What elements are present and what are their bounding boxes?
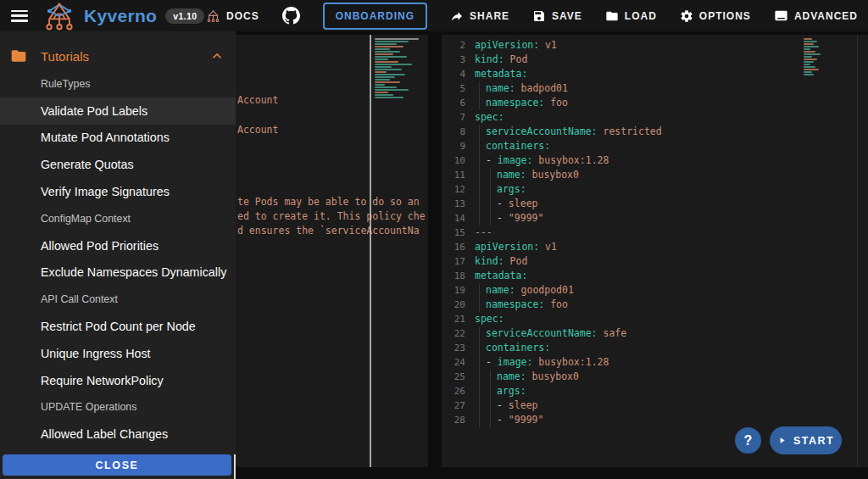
sidebar-item-restrict-pod-count-per-node[interactable]: Restrict Pod Count per Node <box>0 313 236 340</box>
sidebar-item-allowed-pod-priorities[interactable]: Allowed Pod Priorities <box>0 232 236 259</box>
code-line: 15--- <box>442 226 868 240</box>
code-line: 18metadata: <box>442 269 868 283</box>
code-text: apiVersion: v1 <box>475 240 557 254</box>
resource-editor-panel[interactable]: 2apiVersion: v13kind: Pod4metadata:5name… <box>442 35 868 467</box>
minimap-line <box>375 86 397 88</box>
minimap-line <box>375 51 400 53</box>
sidebar-item-exclude-namespaces-dynamically[interactable]: Exclude Namespaces Dynamically <box>0 259 236 287</box>
code-text: args: <box>475 384 526 398</box>
sidebar-item-update-operations[interactable]: UPDATE Operations <box>0 394 236 421</box>
sidebar-item-label: Restrict Pod Count per Node <box>41 320 196 333</box>
version-badge: v1.10 <box>165 8 204 24</box>
minimap-line <box>375 76 395 78</box>
code-line: 12args: <box>442 182 868 197</box>
minimap-line <box>804 51 815 53</box>
minimap-line <box>804 71 812 73</box>
code-editor[interactable]: 2apiVersion: v13kind: Pod4metadata:5name… <box>442 38 868 427</box>
minimap-line <box>804 53 821 55</box>
nav-load-label: LOAD <box>625 10 657 22</box>
sidebar-item-unique-ingress-host[interactable]: Unique Ingress Host <box>0 340 236 367</box>
sidebar-item-allowed-label-changes[interactable]: Allowed Label Changes <box>0 421 236 448</box>
code-text: containers: <box>475 139 550 153</box>
code-text: namespace: foo <box>475 298 568 312</box>
nav-share-label: SHARE <box>470 10 509 22</box>
header-nav: DOCSONBOARDINGSHARESAVELOADOPTIONSADVANC… <box>206 3 868 30</box>
minimap-line <box>804 74 814 75</box>
sidebar-item-mutate-pod-annotations[interactable]: Mutate Pod Annotations <box>0 125 236 152</box>
kyverno-logo-icon <box>42 2 77 31</box>
code-line: 20namespace: foo <box>442 298 868 312</box>
policy-minimap[interactable] <box>375 38 419 99</box>
nav-share-button[interactable]: SHARE <box>450 9 509 23</box>
minimap-line <box>375 43 397 45</box>
minimap-line <box>375 61 398 63</box>
sidebar-item-label: Verify Image Signatures <box>41 185 170 198</box>
policy-code-fragment: Account <box>237 124 278 136</box>
help-button[interactable]: ? <box>735 427 761 454</box>
code-line: 16apiVersion: v1 <box>442 240 868 254</box>
sidebar-item-validate-pod-labels[interactable]: Validate Pod Labels <box>0 97 236 125</box>
sidebar-item-label: Require NetworkPolicy <box>41 374 164 387</box>
minimap-line <box>375 66 392 68</box>
nav-save-button[interactable]: SAVE <box>532 9 582 23</box>
line-number: 7 <box>442 110 465 125</box>
code-line: 23containers: <box>442 341 868 355</box>
menu-icon[interactable] <box>11 10 28 22</box>
sidebar-item-require-networkpolicy[interactable]: Require NetworkPolicy <box>0 367 236 394</box>
minimap-line <box>375 89 409 91</box>
line-number: 17 <box>442 254 465 269</box>
sidebar-item-label: RuleTypes <box>41 78 91 90</box>
nav-onboarding-button[interactable]: ONBOARDING <box>323 3 427 30</box>
code-text: --- <box>475 226 492 240</box>
line-number: 4 <box>442 67 465 81</box>
minimap-line <box>804 38 812 40</box>
code-text: spec: <box>475 312 504 326</box>
sidebar-item-configmap-context[interactable]: ConfigMap Context <box>0 205 236 232</box>
code-text: spec: <box>475 110 504 125</box>
resource-minimap[interactable] <box>804 38 821 76</box>
line-number: 3 <box>442 53 465 67</box>
line-number: 9 <box>442 139 465 153</box>
sidebar-item-ruletypes[interactable]: RuleTypes <box>0 70 236 97</box>
share-icon <box>450 9 464 23</box>
sidebar-item-label: API Call Context <box>41 293 118 305</box>
line-number: 26 <box>442 384 465 398</box>
nav-save-label: SAVE <box>552 10 582 22</box>
sidebar-group-tutorials[interactable]: Tutorials <box>0 42 236 70</box>
code-text: args: <box>475 182 526 197</box>
line-number: 2 <box>442 38 465 53</box>
policy-code-fragment: d ensures the `serviceAccountNa <box>237 225 420 237</box>
close-button[interactable]: CLOSE <box>3 454 231 476</box>
sidebar-item-api-call-context[interactable]: API Call Context <box>0 286 236 313</box>
nav-advanced-button[interactable]: ADVANCED <box>774 8 858 23</box>
sidebar-item-label: Allowed Pod Priorities <box>41 239 159 253</box>
minimap-line <box>375 71 387 73</box>
policy-editor-panel[interactable]: AccountAccountte Pods may be able to do … <box>236 35 428 467</box>
code-text: serviceAccountName: restricted <box>475 125 662 139</box>
nav-load-button[interactable]: LOAD <box>605 9 657 23</box>
code-line: 21spec: <box>442 312 868 326</box>
nav-options-button[interactable]: OPTIONS <box>680 9 751 23</box>
nav-github-button[interactable] <box>282 7 300 25</box>
minimap-slider[interactable] <box>370 35 371 467</box>
nav-docs-button[interactable]: DOCS <box>206 8 259 23</box>
minimap-line <box>375 97 403 98</box>
minimap-line <box>375 48 390 50</box>
sidebar-item-verify-image-signatures[interactable]: Verify Image Signatures <box>0 178 236 205</box>
line-number: 11 <box>442 168 465 182</box>
minimap-line <box>375 74 405 75</box>
sidebar-item-generate-quotas[interactable]: Generate Quotas <box>0 151 236 178</box>
code-text: metadata: <box>475 67 527 81</box>
policy-code-fragment: Account <box>237 94 278 106</box>
editor-scrollbar[interactable] <box>857 35 858 467</box>
minimap-line <box>375 41 409 42</box>
start-button[interactable]: START <box>770 426 842 454</box>
sidebar-scrollbar[interactable] <box>234 454 236 479</box>
sidebar-items: RuleTypesValidate Pod LabelsMutate Pod A… <box>0 70 236 448</box>
code-text: name: busybox0 <box>475 370 579 384</box>
minimap-line <box>804 58 817 60</box>
line-number: 24 <box>442 355 465 370</box>
chevron-up-icon[interactable] <box>209 47 225 64</box>
code-line: 8serviceAccountName: restricted <box>442 125 868 139</box>
sidebar: Tutorials RuleTypesValidate Pod LabelsMu… <box>0 31 236 479</box>
